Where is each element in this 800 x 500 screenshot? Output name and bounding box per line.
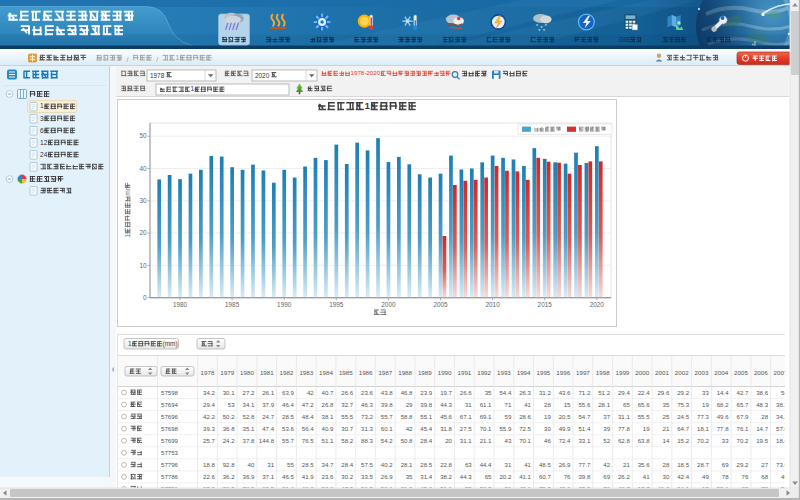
svg-text:41: 41	[643, 473, 650, 480]
svg-text:77.8: 77.8	[618, 425, 630, 432]
svg-text:70.1: 70.1	[519, 437, 531, 444]
svg-text:43.6: 43.6	[559, 389, 571, 396]
svg-text:2000: 2000	[381, 301, 396, 308]
svg-text:52.8: 52.8	[243, 413, 255, 420]
svg-text:*: *	[543, 28, 545, 34]
svg-text:28.1: 28.1	[401, 461, 413, 468]
svg-text:20: 20	[445, 437, 452, 444]
svg-text:22.8: 22.8	[440, 461, 452, 468]
svg-text:1: 1	[364, 100, 370, 111]
svg-text:71.2: 71.2	[578, 389, 590, 396]
svg-text:26.2: 26.2	[618, 473, 630, 480]
svg-text:29.2: 29.2	[677, 389, 689, 396]
svg-text:54.4: 54.4	[499, 389, 511, 396]
svg-text:73.2: 73.2	[361, 413, 373, 420]
svg-text:28: 28	[663, 461, 670, 468]
svg-text:51.1: 51.1	[322, 437, 334, 444]
svg-text:2020: 2020	[590, 301, 605, 308]
svg-text:21.1: 21.1	[480, 437, 492, 444]
svg-text:57598: 57598	[161, 389, 179, 396]
svg-text:29.6: 29.6	[657, 389, 669, 396]
svg-text:63.8: 63.8	[638, 437, 650, 444]
svg-text:*: *	[540, 25, 542, 31]
svg-text:57696: 57696	[161, 413, 179, 420]
svg-text:29.4: 29.4	[203, 401, 215, 408]
svg-text:67.1: 67.1	[460, 413, 472, 420]
svg-text:38.2: 38.2	[440, 473, 452, 480]
svg-text:40.7: 40.7	[322, 389, 334, 396]
svg-text:24: 24	[40, 151, 48, 158]
svg-text:53.6: 53.6	[282, 425, 294, 432]
svg-text:61.1: 61.1	[480, 401, 492, 408]
svg-text:31.1: 31.1	[618, 413, 630, 420]
svg-text:55.6: 55.6	[578, 401, 590, 408]
svg-text:47.4: 47.4	[262, 425, 274, 432]
svg-text:55.7: 55.7	[282, 437, 294, 444]
svg-text:1984: 1984	[319, 369, 333, 376]
svg-text:30: 30	[663, 473, 670, 480]
svg-text:76: 76	[564, 473, 571, 480]
svg-text:1985: 1985	[225, 301, 240, 308]
svg-text:31.2: 31.2	[539, 389, 551, 396]
svg-text:22.6: 22.6	[203, 473, 215, 480]
svg-text:1: 1	[175, 54, 179, 61]
svg-text:36.8: 36.8	[223, 425, 235, 432]
svg-text:42: 42	[307, 389, 314, 396]
svg-text:34.2: 34.2	[203, 389, 215, 396]
svg-text:44.4: 44.4	[480, 461, 492, 468]
svg-text:68.2: 68.2	[717, 401, 729, 408]
svg-text:42.4: 42.4	[677, 473, 689, 480]
svg-text:1996: 1996	[556, 369, 570, 376]
svg-text:65: 65	[623, 401, 630, 408]
svg-text:69.1: 69.1	[480, 413, 492, 420]
svg-text:41: 41	[524, 461, 531, 468]
svg-text:15: 15	[564, 401, 571, 408]
svg-text:31: 31	[505, 461, 512, 468]
svg-text:41.1: 41.1	[519, 473, 531, 480]
svg-text:(mm): (mm)	[163, 340, 178, 348]
svg-text:23.6: 23.6	[322, 473, 334, 480]
svg-text:28.1: 28.1	[598, 401, 610, 408]
svg-text:70.2: 70.2	[697, 437, 709, 444]
svg-text:19.7: 19.7	[440, 389, 452, 396]
svg-text:19: 19	[643, 425, 650, 432]
svg-text:36.2: 36.2	[223, 473, 235, 480]
svg-text:14: 14	[663, 437, 670, 444]
svg-text:38.6: 38.6	[756, 389, 768, 396]
svg-text:46.8: 46.8	[401, 389, 413, 396]
svg-text:28.6: 28.6	[519, 413, 531, 420]
svg-text:28.5: 28.5	[282, 413, 294, 420]
svg-text:55.9: 55.9	[499, 425, 511, 432]
svg-text:2000: 2000	[635, 369, 649, 376]
svg-text:71: 71	[505, 401, 512, 408]
svg-text:42.7: 42.7	[737, 389, 749, 396]
svg-text:50.8: 50.8	[401, 437, 413, 444]
svg-text:22.4: 22.4	[638, 389, 650, 396]
svg-text:76.5: 76.5	[302, 437, 314, 444]
svg-text:29.4: 29.4	[618, 389, 630, 396]
svg-text:1986: 1986	[359, 369, 373, 376]
svg-text:75.3: 75.3	[677, 401, 689, 408]
svg-text:1981: 1981	[260, 369, 274, 376]
svg-text:24.5: 24.5	[677, 413, 689, 420]
svg-text:2010: 2010	[485, 301, 500, 308]
svg-text:45.4: 45.4	[420, 425, 432, 432]
svg-text:1980: 1980	[240, 369, 254, 376]
svg-text:1991: 1991	[458, 369, 472, 376]
svg-text:46.3: 46.3	[361, 401, 373, 408]
svg-text:18.1: 18.1	[697, 425, 709, 432]
svg-text:69: 69	[603, 473, 610, 480]
svg-text:2004: 2004	[714, 369, 728, 376]
svg-text:/: /	[126, 56, 128, 63]
svg-text:48.5: 48.5	[539, 461, 551, 468]
svg-text:58.8: 58.8	[401, 413, 413, 420]
svg-text:18.8: 18.8	[203, 461, 215, 468]
svg-text:39.8: 39.8	[420, 401, 432, 408]
svg-text:43.8: 43.8	[381, 389, 393, 396]
svg-text:30: 30	[544, 425, 551, 432]
svg-text:1988: 1988	[398, 369, 412, 376]
svg-text:2015: 2015	[538, 301, 553, 308]
svg-text:3: 3	[40, 115, 44, 122]
svg-text:28.5: 28.5	[302, 461, 314, 468]
svg-text:56.4: 56.4	[302, 425, 314, 432]
